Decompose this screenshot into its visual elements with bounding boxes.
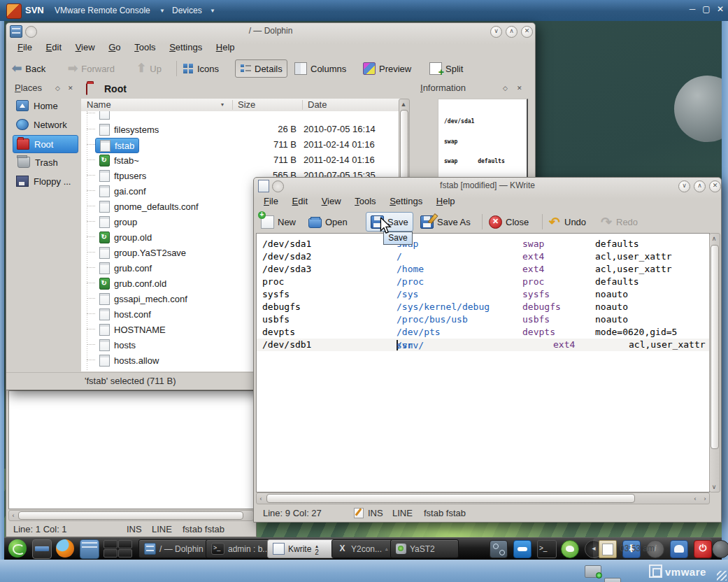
open-button[interactable]: Open <box>308 213 348 230</box>
sort-descending-icon[interactable]: ▾ <box>221 101 224 108</box>
dolphin-maximize-button[interactable]: ∧ <box>506 26 518 38</box>
dolphin-menu-edit[interactable]: Edit <box>41 40 67 55</box>
dolphin-launcher-icon[interactable] <box>80 539 99 559</box>
kwrite-menu-help[interactable]: Help <box>431 194 461 208</box>
kwrite-close-button[interactable]: ✕ <box>709 180 721 192</box>
column-name[interactable]: Name <box>87 99 111 110</box>
task-y2controlcenter[interactable]: X Y2con... ▵ <box>331 539 394 558</box>
sidebar-item-floppy[interactable]: Floppy ... <box>13 173 78 190</box>
sidebar-item-home[interactable]: Home <box>13 97 78 114</box>
menu-vmware-remote-console[interactable]: VMware Remote Console <box>55 6 150 15</box>
task-konsole-admin[interactable]: >_ admin : b... <box>206 539 271 558</box>
sidebar-item-root[interactable]: Root <box>13 135 78 153</box>
task-dolphin[interactable]: / — Dolphin <box>138 539 210 558</box>
places-float-icon[interactable]: ◇ <box>55 85 60 92</box>
column-size[interactable]: Size <box>238 99 255 110</box>
kwrite-menu-settings[interactable]: Settings <box>384 194 428 208</box>
desktop-folder-tray-icon[interactable] <box>670 540 688 558</box>
current-line: /dev/sdb1 /srv/svn ext4 acl,user_xattr <box>257 339 709 351</box>
task-kwrite[interactable]: Kwrite ▴2 <box>267 539 336 558</box>
kwrite-bg-hscrollbar[interactable]: ‹ <box>8 510 254 521</box>
dolphin-menu-go[interactable]: Go <box>103 40 126 55</box>
view-columns-button[interactable]: Columns <box>294 60 346 77</box>
taskbar-clock[interactable]: 03:53 am <box>620 544 663 553</box>
bg-insert-mode[interactable]: INS <box>127 524 142 534</box>
dolphin-menu-view[interactable]: View <box>70 40 101 55</box>
dolphin-minimize-button[interactable]: ∨ <box>490 26 502 38</box>
chevron-down-icon[interactable]: ▼ <box>210 8 215 14</box>
vmware-maximize-button[interactable]: ▢ <box>700 4 713 14</box>
sidebar-item-network[interactable]: Network <box>13 116 78 133</box>
view-details-button[interactable]: Details <box>235 59 287 78</box>
bg-selection-mode[interactable]: LINE <box>152 524 172 534</box>
dolphin-menu-help[interactable]: Help <box>210 40 241 55</box>
chevron-down-icon[interactable]: ▼ <box>159 8 165 14</box>
document-icon <box>99 124 110 136</box>
kwrite-edit-area[interactable]: /dev/sda1swapswapdefaults /dev/sda2/ext4… <box>256 233 710 492</box>
resize-grip[interactable] <box>717 571 727 581</box>
task-group-count[interactable]: ▴2 <box>315 543 319 555</box>
dolphin-menu-file[interactable]: File <box>12 40 38 55</box>
dolphin-menu-button[interactable] <box>25 26 37 38</box>
up-button[interactable]: ⬆ Up <box>136 60 162 77</box>
kwrite-menu-edit[interactable]: Edit <box>287 194 313 208</box>
places-close-icon[interactable]: ✕ <box>68 85 73 92</box>
kwrite-menu-file[interactable]: File <box>258 194 284 208</box>
dolphin-close-button[interactable]: ✕ <box>521 26 533 38</box>
dolphin-titlebar[interactable]: / — Dolphin ∨ ∧ ✕ <box>6 23 535 39</box>
close-button[interactable]: Close <box>489 213 529 230</box>
preview-button[interactable]: Preview <box>363 60 411 77</box>
computer-launcher-icon[interactable] <box>32 539 52 559</box>
kwrite-maximize-button[interactable]: ∧ <box>694 180 706 192</box>
kwrite-menu-tools[interactable]: Tools <box>349 194 381 208</box>
insert-mode[interactable]: INS <box>368 508 383 518</box>
redo-button[interactable]: ↷ Redo <box>601 213 638 230</box>
new-button[interactable]: New <box>259 213 296 230</box>
terminal-tray-icon[interactable]: >_ <box>537 540 557 558</box>
shutdown-power-icon[interactable]: ⏻ <box>694 540 712 558</box>
kwrite-menu-button[interactable] <box>272 180 284 192</box>
file-size: 711 B <box>242 155 297 165</box>
file-row-fstab[interactable]: fstab 711 B 2011-02-14 01:16 <box>81 137 404 152</box>
sidebar-item-trash[interactable]: Trash <box>13 154 78 171</box>
kwrite-titlebar[interactable]: fstab [modified] — KWrite ∨ ∧ ✕ <box>254 178 721 194</box>
information-float-icon[interactable]: ◇ <box>503 85 508 92</box>
kwrite-minimize-button[interactable]: ∨ <box>678 180 690 192</box>
information-close-icon[interactable]: ✕ <box>517 85 522 92</box>
teamviewer-tray-icon[interactable] <box>513 540 531 558</box>
dolphin-menu-settings[interactable]: Settings <box>164 40 208 55</box>
task-yast2[interactable]: YaST2 <box>390 539 459 558</box>
network-monitor-tray-icon[interactable] <box>490 540 508 558</box>
back-button[interactable]: ⬅ Back <box>12 60 45 77</box>
forward-button[interactable]: ➡ Forward <box>68 60 115 77</box>
current-folder-name[interactable]: Root <box>104 83 127 94</box>
places-header: Places <box>15 83 42 93</box>
file-row-fstab-backup[interactable]: fstab~ 711 B 2011-02-14 01:16 <box>81 152 404 168</box>
file-name: grub.conf <box>114 263 152 274</box>
suse-menu-launcher-icon[interactable] <box>8 539 27 558</box>
kwrite-bg-edit-area[interactable] <box>8 390 254 509</box>
view-icons-button[interactable]: Icons <box>183 60 219 77</box>
plasma-cashew-icon[interactable] <box>712 540 728 558</box>
firefox-launcher-icon[interactable] <box>56 539 74 558</box>
file-row-filesystems[interactable]: filesystems 26 B 2010-07-05 16:14 <box>81 122 404 137</box>
amule-tray-icon[interactable] <box>561 540 579 558</box>
vm-name: SVN <box>25 5 44 15</box>
menu-devices[interactable]: Devices <box>172 6 202 15</box>
selection-mode[interactable]: LINE <box>392 508 413 518</box>
column-date[interactable]: Date <box>308 99 327 110</box>
klipper-clipboard-tray-icon[interactable] <box>599 540 617 558</box>
expand-triangle-icon[interactable]: ▵ <box>385 546 388 552</box>
kwrite-hscrollbar[interactable]: ‹ ‹ › <box>256 492 710 504</box>
split-button[interactable]: Split <box>429 60 463 77</box>
kwrite-menu-view[interactable]: View <box>316 194 347 208</box>
hard-disk-device-icon[interactable] <box>585 565 601 578</box>
save-as-button[interactable]: Save As <box>420 213 471 230</box>
undo-button[interactable]: ↶ Undo <box>549 213 586 230</box>
dolphin-menu-tools[interactable]: Tools <box>129 40 161 55</box>
virtual-desktop-pager[interactable] <box>104 540 133 557</box>
vmware-minimize-button[interactable]: ─ <box>686 4 699 14</box>
kwrite-vscrollbar[interactable]: ∧ ∨ <box>709 233 720 492</box>
hard-disk-2-device-icon[interactable] <box>604 578 621 582</box>
vmware-close-button[interactable]: ✕ <box>714 4 727 14</box>
